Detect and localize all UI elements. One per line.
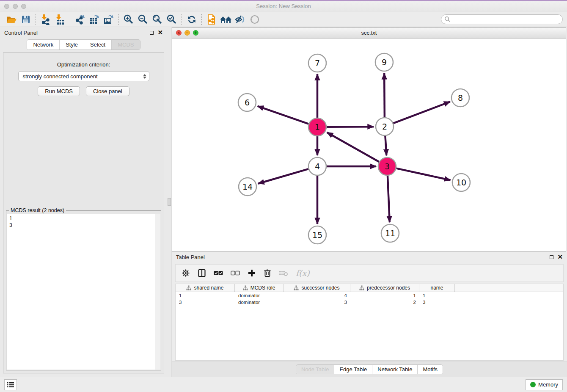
float-table-panel-icon[interactable] (550, 255, 553, 259)
console-button[interactable] (4, 379, 17, 390)
list-icon (7, 382, 14, 388)
tab-edge-table[interactable]: Edge Table (334, 365, 372, 374)
graph-edge-3-10[interactable] (396, 168, 450, 180)
close-view-icon[interactable]: × (176, 30, 182, 36)
panel-splitter[interactable] (167, 27, 171, 377)
import-table-button[interactable] (53, 13, 67, 26)
table-row[interactable]: 1dominator411 (176, 292, 563, 299)
graph-edge-2-9[interactable] (384, 73, 385, 117)
table-cell[interactable]: 3 (419, 300, 455, 305)
mcds-result-textarea[interactable]: 13 (7, 214, 160, 370)
graph-edge-4-14[interactable] (258, 169, 308, 184)
result-scrollbar[interactable] (155, 214, 160, 370)
zoom-selected-button[interactable] (165, 13, 179, 26)
hide-show-button[interactable] (233, 13, 248, 26)
graph-node-2[interactable]: 2 (376, 118, 394, 135)
tab-mcds[interactable]: MCDS (112, 40, 140, 50)
column-header-shared-name[interactable]: shared name (176, 284, 235, 292)
zoom-fit-button[interactable] (150, 13, 165, 26)
table-cell[interactable]: 3 (284, 300, 350, 305)
node-table: shared nameMCDS rolesuccessor nodesprede… (175, 284, 564, 361)
memory-status-icon (530, 382, 536, 387)
checked-boxes-icon (214, 271, 223, 276)
plus-icon (248, 269, 256, 277)
graph-edge-1-6[interactable] (258, 106, 309, 124)
export-table-button[interactable] (87, 13, 102, 26)
column-header-mcds-role[interactable]: MCDS role (235, 284, 284, 292)
graph-node-3[interactable]: 3 (378, 157, 396, 175)
column-header-predecessor-nodes[interactable]: predecessor nodes (350, 284, 419, 292)
graph-node-11[interactable]: 11 (381, 224, 399, 242)
tab-style[interactable]: Style (60, 40, 84, 50)
network-canvas[interactable]: 7968124314101511 (172, 39, 566, 251)
graph-node-7[interactable]: 7 (308, 54, 326, 72)
tab-network-table[interactable]: Network Table (372, 365, 418, 374)
apply-layout-button[interactable] (184, 13, 199, 26)
network-window-titlebar[interactable]: × − + scc.txt (172, 28, 566, 39)
table-cell[interactable]: 1 (176, 293, 235, 298)
graph-node-6[interactable]: 6 (238, 94, 256, 111)
tab-node-table[interactable]: Node Table (296, 365, 335, 374)
export-network-button[interactable] (73, 13, 87, 26)
graph-edge-2-8[interactable] (394, 102, 450, 123)
close-panel-button[interactable]: Close panel (86, 86, 129, 96)
delete-table-button-disabled (279, 270, 288, 276)
graph-node-8[interactable]: 8 (451, 89, 469, 107)
table-row[interactable]: 3dominator323 (176, 299, 563, 306)
graph-edge-3-11[interactable] (388, 176, 390, 222)
deselect-all-columns-button[interactable] (231, 271, 240, 276)
svg-text:3: 3 (385, 162, 390, 171)
table-cell[interactable]: dominator (235, 293, 284, 298)
tab-network[interactable]: Network (27, 40, 60, 50)
tab-motifs[interactable]: Motifs (418, 365, 443, 374)
graph-node-1[interactable]: 1 (308, 118, 326, 136)
table-cell[interactable]: 4 (284, 293, 350, 298)
search-input[interactable] (441, 14, 563, 24)
graph-edge-3-1[interactable] (327, 133, 379, 162)
graph-edge-1-2[interactable] (327, 127, 374, 127)
graph-node-15[interactable]: 15 (308, 226, 326, 244)
maximize-view-icon[interactable]: + (193, 30, 198, 36)
table-cell[interactable]: dominator (235, 300, 284, 305)
float-panel-icon[interactable] (150, 31, 154, 35)
show-columns-button[interactable] (198, 269, 206, 277)
toolbar-separator (182, 14, 182, 25)
clone-network-button[interactable] (204, 13, 219, 26)
open-session-button[interactable] (4, 13, 19, 26)
close-table-panel-icon[interactable]: ✕ (557, 255, 563, 259)
tab-select[interactable]: Select (84, 40, 112, 50)
close-panel-icon[interactable]: ✕ (157, 30, 163, 35)
graph-node-4[interactable]: 4 (308, 157, 326, 175)
graph-node-14[interactable]: 14 (239, 178, 256, 196)
import-network-button[interactable] (39, 13, 53, 26)
select-all-columns-button[interactable] (214, 271, 223, 276)
criterion-select[interactable]: strongly connected component (18, 71, 149, 81)
delete-column-button[interactable] (264, 269, 271, 277)
memory-button[interactable]: Memory (526, 379, 563, 390)
zoom-in-button[interactable] (121, 13, 136, 26)
table-cell[interactable]: 1 (419, 293, 455, 298)
first-neighbors-button[interactable] (219, 13, 233, 26)
zoom-out-button[interactable] (136, 13, 150, 26)
column-header-name[interactable]: name (419, 284, 455, 292)
table-cell[interactable]: 3 (176, 300, 235, 305)
graph-node-9[interactable]: 9 (375, 53, 393, 71)
show-hidden-button[interactable] (248, 13, 262, 26)
save-session-button[interactable] (19, 13, 33, 26)
graph-node-10[interactable]: 10 (452, 174, 470, 191)
minimize-view-icon[interactable]: − (184, 30, 190, 36)
graph-edge-2-3[interactable] (385, 136, 386, 155)
create-column-button[interactable] (248, 269, 256, 277)
mcds-result-title: MCDS result (2 nodes) (9, 207, 66, 213)
table-cell[interactable]: 1 (350, 293, 419, 298)
table-options-button[interactable] (182, 269, 190, 277)
save-disk-icon (21, 14, 31, 25)
svg-text:8: 8 (458, 93, 463, 102)
table-cell[interactable]: 2 (350, 300, 419, 305)
select-chevrons-icon (143, 74, 146, 79)
run-mcds-button[interactable]: Run MCDS (38, 86, 80, 96)
export-image-button[interactable] (102, 13, 116, 26)
table-panel-header: Table Panel ✕ (172, 251, 567, 262)
column-header-successor-nodes[interactable]: successor nodes (284, 284, 350, 292)
splitter-grip[interactable] (168, 198, 171, 206)
